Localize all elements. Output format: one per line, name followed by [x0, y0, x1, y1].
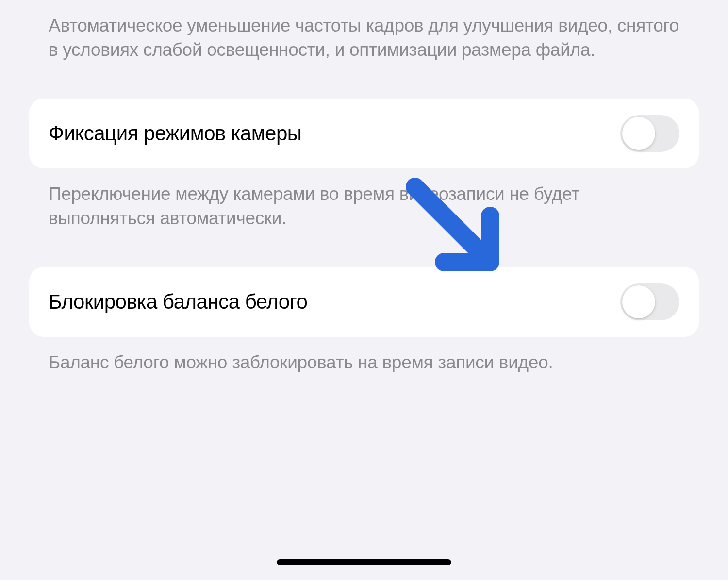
lock-camera-label: Фиксация режимов камеры	[49, 122, 301, 145]
section-footer-1: Автоматическое уменьшение частоты кадров…	[29, 0, 699, 77]
toggle-knob	[622, 285, 655, 318]
toggle-knob	[622, 117, 655, 150]
white-balance-lock-toggle[interactable]	[620, 283, 679, 320]
section-footer-3: Баланс белого можно заблокировать на вре…	[29, 337, 699, 389]
lock-camera-row[interactable]: Фиксация режимов камеры	[29, 99, 699, 168]
home-indicator[interactable]	[277, 559, 451, 565]
lock-camera-toggle[interactable]	[620, 115, 679, 152]
white-balance-lock-row[interactable]: Блокировка баланса белого	[29, 267, 699, 337]
settings-content: Автоматическое уменьшение частоты кадров…	[0, 0, 728, 389]
section-footer-2: Переключение между камерами во время вид…	[29, 168, 699, 245]
white-balance-lock-label: Блокировка баланса белого	[49, 290, 307, 314]
